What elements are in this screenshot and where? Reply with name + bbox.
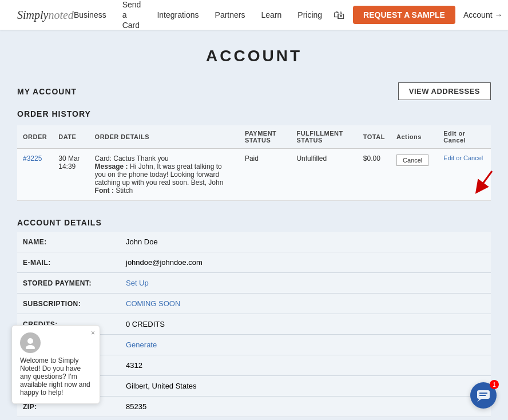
order-actions: Cancel	[391, 149, 438, 201]
nav-links: Business Send a Card Integrations Partne…	[74, 0, 322, 30]
detail-label-name: NAME:	[17, 232, 120, 252]
detail-label-payment: STORED PAYMENT:	[17, 273, 120, 294]
navigation: Simplynoted Business Send a Card Integra…	[0, 0, 508, 30]
col-payment: PAYMENT STATUS	[239, 125, 291, 149]
order-fulfillment: Unfulfilled	[291, 149, 357, 201]
detail-row-payment: STORED PAYMENT: Set Up	[17, 273, 491, 294]
order-card: Card: Cactus Thank you	[95, 154, 233, 163]
svg-line-1	[479, 171, 492, 188]
svg-point-3	[26, 345, 35, 349]
detail-value-email: johndoe@johndoe.com	[120, 252, 491, 273]
col-actions: Actions	[391, 125, 438, 149]
chat-icon-button[interactable]: 1	[470, 382, 497, 409]
chat-close-icon[interactable]: ×	[91, 329, 95, 337]
font-label: Font :	[95, 187, 114, 195]
chat-bubble-container: × Welcome to Simply Noted! Do you have a…	[11, 325, 100, 409]
red-arrow-indicator	[451, 160, 497, 205]
nav-integrations[interactable]: Integrations	[157, 10, 199, 19]
badge: 1	[490, 380, 499, 389]
order-total: $0.00	[358, 149, 391, 201]
detail-row-name: NAME: John Doe	[17, 232, 491, 252]
account-link[interactable]: Account →	[463, 10, 502, 19]
order-date: 30 Mar 14:39	[53, 149, 89, 201]
order-message: Message : Hi John, It was great talking …	[95, 163, 233, 187]
my-account-header: MY ACCOUNT VIEW ADDRESSES	[17, 82, 491, 100]
order-payment: Paid	[239, 149, 291, 201]
detail-value-country: Gilbert, United States	[120, 376, 491, 397]
order-link[interactable]: #3225	[23, 154, 42, 163]
nav-learn[interactable]: Learn	[261, 10, 281, 19]
detail-value-apikeys: Generate	[120, 335, 491, 355]
col-details: ORDER DETAILS	[89, 125, 239, 149]
detail-label-subscription: SUBSCRIPTION:	[17, 294, 120, 314]
chat-popup-text: Welcome to Simply Noted! Do you have any…	[20, 356, 92, 397]
cart-icon[interactable]: 🛍	[334, 9, 345, 22]
detail-row-email: E-MAIL: johndoe@johndoe.com	[17, 252, 491, 273]
chat-popup: × Welcome to Simply Noted! Do you have a…	[11, 325, 100, 404]
order-row: #3225 30 Mar 14:39 Card: Cactus Thank yo…	[17, 149, 491, 201]
page-title: ACCOUNT	[17, 30, 491, 77]
my-account-title: MY ACCOUNT	[17, 87, 77, 96]
order-history-title: ORDER HISTORY	[17, 109, 491, 118]
nav-right: 🛍 REQUEST A SAMPLE Account →	[334, 6, 502, 24]
detail-value-zip: 85235	[120, 397, 491, 417]
order-id: #3225	[17, 149, 53, 201]
view-addresses-button[interactable]: VIEW ADDRESSES	[398, 82, 491, 100]
setup-payment-link[interactable]: Set Up	[126, 279, 149, 287]
nav-pricing[interactable]: Pricing	[297, 10, 322, 19]
order-font: Font : Stitch	[95, 187, 233, 195]
detail-value-subscription: COMING SOON	[120, 294, 491, 314]
order-table: ORDER DATE ORDER DETAILS PAYMENT STATUS …	[17, 125, 491, 201]
nav-send-card[interactable]: Send a Card	[122, 0, 141, 30]
font-value: Stitch	[116, 187, 133, 195]
chat-avatar	[20, 332, 41, 353]
generate-apikeys-link[interactable]: Generate	[126, 340, 157, 349]
svg-point-2	[27, 338, 33, 344]
svg-marker-5	[477, 399, 482, 402]
col-order: ORDER	[17, 125, 53, 149]
nav-business[interactable]: Business	[74, 10, 106, 19]
order-details: Card: Cactus Thank you Message : Hi John…	[89, 149, 239, 201]
col-fulfillment: FULFILLMENT STATUS	[291, 125, 357, 149]
col-date: DATE	[53, 125, 89, 149]
cancel-button[interactable]: Cancel	[396, 154, 428, 166]
message-label: Message :	[95, 163, 128, 171]
col-total: TOTAL	[358, 125, 391, 149]
detail-value-address: 4312	[120, 355, 491, 376]
svg-rect-4	[477, 390, 490, 399]
col-edit-cancel: Edit or Cancel	[438, 125, 491, 149]
request-sample-button[interactable]: REQUEST A SAMPLE	[353, 6, 455, 24]
detail-row-subscription: SUBSCRIPTION: COMING SOON	[17, 294, 491, 314]
order-history-section: ORDER HISTORY ORDER DATE ORDER DETAILS P…	[17, 109, 491, 201]
nav-partners[interactable]: Partners	[215, 10, 245, 19]
account-details-title: ACCOUNT DETAILS	[17, 218, 491, 227]
chat-message-icon	[476, 388, 491, 403]
logo: Simplynoted	[17, 9, 74, 22]
detail-value-payment: Set Up	[120, 273, 491, 294]
detail-value-credits: 0 CREDITS	[120, 314, 491, 335]
coming-soon-badge: COMING SOON	[126, 299, 180, 308]
detail-value-name: John Doe	[120, 232, 491, 252]
detail-label-email: E-MAIL:	[17, 252, 120, 273]
